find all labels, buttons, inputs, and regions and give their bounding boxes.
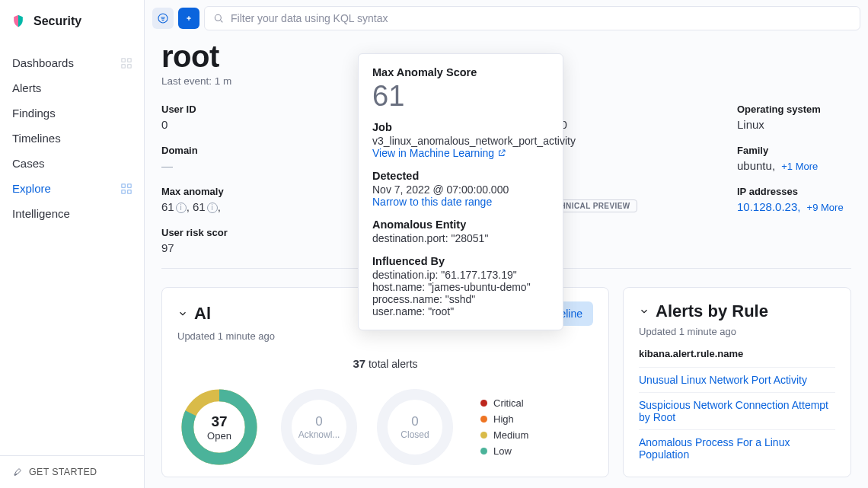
legend-critical: Critical [480,397,528,409]
kql-search-input[interactable] [231,12,852,24]
detail-label: Max anomaly [161,186,314,197]
alerts-updated-label: Updated 1 minute ago [177,330,593,342]
popover-influenced-label: Influenced By [372,255,549,267]
donut-open-count: 37 [211,413,227,430]
detail-value: 0 [161,118,314,131]
detail-value: 61i, 61i, [161,200,314,213]
rule-link[interactable]: Unusual Linux Network Port Activity [639,367,835,392]
detail-value: 10.128.0.23, +9 More [737,200,868,213]
rules-column-header: kibana.alert.rule.name [639,348,835,359]
sidebar-item-intelligence[interactable]: Intelligence [0,201,144,226]
anomaly-score-1: 61 [161,200,174,213]
rule-link[interactable]: Anomalous Process For a Linux Population [639,429,835,467]
detail-label: User risk scor [161,227,314,238]
svg-rect-2 [122,64,125,67]
more-link[interactable]: +9 More [807,202,844,213]
popover-detected: Detected Nov 7, 2022 @ 07:00:00.000 Narr… [372,170,549,208]
rules-updated-label: Updated 1 minute ago [639,326,835,337]
narrow-date-range-link[interactable]: Narrow to this date range [372,196,492,208]
detail-label: Operating system [737,104,868,115]
detail-os: Operating system Linux [737,104,868,131]
ip-link[interactable]: 10.128.0.23, [737,200,800,213]
influencer: process.name: "sshd" [372,293,549,305]
donut-ack-label: Acknowl... [298,429,340,440]
get-started-label: GET STARTED [29,467,97,477]
sidebar-item-label: Findings [12,107,56,120]
influencer: host.name: "james-ubuntu-demo" [372,281,549,293]
sidebar-item-dashboards[interactable]: Dashboards [0,50,144,75]
sidebar-item-timelines[interactable]: Timelines [0,126,144,151]
sidebar-item-cases[interactable]: Cases [0,151,144,176]
popover-detected-value: Nov 7, 2022 @ 07:00:00.000 [372,183,549,196]
donut-closed-label: Closed [400,429,429,440]
alerts-panel-title: Al [194,304,211,324]
popover-entity-label: Anomalous Entity [372,218,549,231]
anomaly-popover: Max Anomaly Score 61 Job v3_linux_anomal… [358,53,563,330]
legend-medium: Medium [480,429,528,441]
sidebar-header: Security [0,0,144,43]
total-alerts: 37 total alerts [177,357,593,370]
sidebar-nav: Dashboards Alerts Findings Timelines Cas… [0,43,144,455]
grid-icon [121,58,132,69]
total-alerts-count: 37 [353,357,365,370]
detail-family: Family ubuntu, +1 More [737,145,868,172]
svg-rect-3 [128,64,131,67]
sidebar-item-alerts[interactable]: Alerts [0,75,144,100]
detail-value: ubuntu, +1 More [737,159,868,172]
popover-job-value: v3_linux_anomalous_network_port_activity [372,135,549,147]
filter-lines-icon [157,12,169,24]
detail-label: User ID [161,104,314,115]
detail-value: 97 [161,241,314,254]
popover-score-label: Max Anomaly Score [372,66,549,78]
alerts-by-rule-panel: Alerts by Rule Updated 1 minute ago kiba… [623,287,851,477]
filter-options-button[interactable] [152,8,174,29]
more-link[interactable]: +1 More [781,161,818,172]
chevron-down-icon[interactable] [639,306,649,317]
view-in-ml-link[interactable]: View in Machine Learning [372,147,506,159]
donut-ack-count: 0 [315,414,322,429]
rules-panel-title: Alerts by Rule [656,301,768,321]
chevron-down-icon[interactable] [177,308,188,319]
legend-low: Low [480,445,528,457]
detail-label: IP addresses [737,186,868,197]
rocket-icon [12,467,23,477]
legend-high: High [480,413,528,425]
svg-rect-0 [122,58,125,61]
rule-link[interactable]: Suspicious Network Connection Attempt by… [639,392,835,429]
influencer: user.name: "root" [372,305,549,317]
svg-rect-6 [122,190,125,193]
donut-closed-count: 0 [411,414,418,429]
donut-open-label: Open [207,430,231,442]
detail-domain: Domain — [161,145,314,172]
main: root Last event: 1 m User ID 0 Domain — … [145,0,868,488]
popover-entity-value: destination.port: "28051" [372,232,549,244]
popover-entity: Anomalous Entity destination.port: "2805… [372,218,549,244]
donut-open: 37 Open [177,385,261,469]
plus-circle-icon [183,12,195,24]
dot-icon [480,448,487,455]
sidebar-item-explore[interactable]: Explore [0,176,144,201]
donut-acknowledged: 0 Acknowl... [281,389,357,465]
sidebar-footer-get-started[interactable]: GET STARTED [0,455,144,488]
svg-point-8 [158,14,168,23]
sidebar-item-label: Explore [12,182,51,195]
popover-score-value: 61 [372,81,549,110]
popover-job: Job v3_linux_anomalous_network_port_acti… [372,121,549,159]
app-title: Security [34,14,81,28]
sidebar-item-findings[interactable]: Findings [0,100,144,126]
detail-label: Family [737,145,868,156]
dot-icon [480,416,487,423]
svg-rect-5 [128,183,131,187]
influencer: destination.ip: "61.177.173.19" [372,269,549,281]
severity-legend: Critical High Medium Low [480,397,528,457]
detail-label: Domain [161,145,314,156]
kql-search[interactable] [204,6,860,30]
popover-detected-label: Detected [372,170,549,182]
add-filter-button[interactable] [178,8,199,29]
popover-score: Max Anomaly Score 61 [372,66,549,110]
detail-max-anomaly: Max anomaly 61i, 61i, [161,186,314,213]
total-alerts-label: total alerts [369,358,418,370]
svg-rect-1 [128,58,131,61]
popover-job-label: Job [372,121,549,133]
info-icon: i [207,203,218,213]
